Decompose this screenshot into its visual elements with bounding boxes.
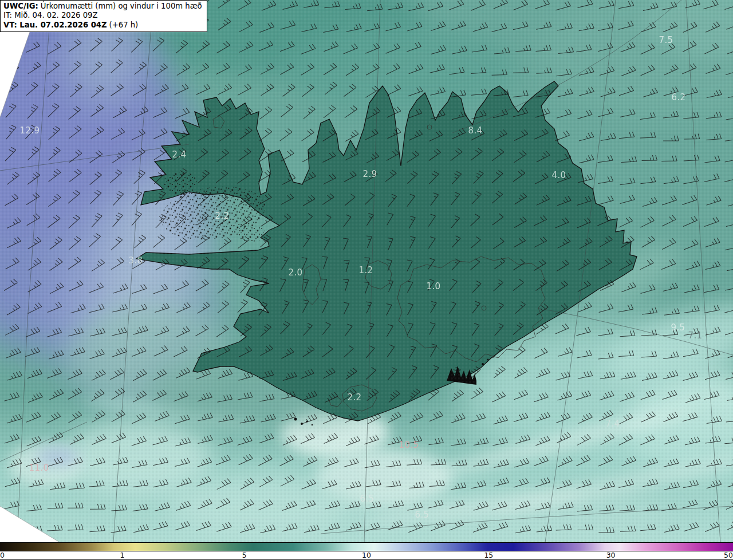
colorbar-tick: 30 (606, 551, 616, 559)
forecast-offset: (+67 h) (109, 21, 139, 29)
precipitation-colorbar: 01510153050 (0, 542, 733, 560)
map-title: Úrkomumætti (mm) og vindur i 100m hæð (41, 2, 202, 10)
colorbar-tick: 5 (242, 551, 247, 559)
valid-time-line: VT: Lau. 07.02.2026 04Z(+67 h) (3, 21, 202, 30)
colorbar-tick: 1 (120, 551, 124, 559)
product-code: UWC/IG: (3, 2, 38, 10)
map-title-box: UWC/IG:Úrkomumætti (mm) og vindur i 100m… (0, 0, 207, 32)
colorbar-tick: 0 (0, 551, 5, 559)
weather-map-stage: 12.97.56.22.48.42.94.02.23.82.01.21.02.2… (0, 0, 733, 560)
colorbar-tick: 50 (724, 551, 733, 559)
colorbar-tick: 15 (484, 551, 493, 559)
map-canvas (0, 0, 733, 542)
valid-time: VT: Lau. 07.02.2026 04Z (3, 21, 107, 29)
title-line: UWC/IG:Úrkomumætti (mm) og vindur i 100m… (3, 2, 202, 11)
colorbar-tick: 10 (362, 551, 371, 559)
colorbar-gradient (0, 542, 733, 551)
colorbar-tick-labels: 01510153050 (0, 551, 733, 560)
init-time-line: IT: Mið. 04. 02. 2026 09Z (3, 11, 202, 20)
